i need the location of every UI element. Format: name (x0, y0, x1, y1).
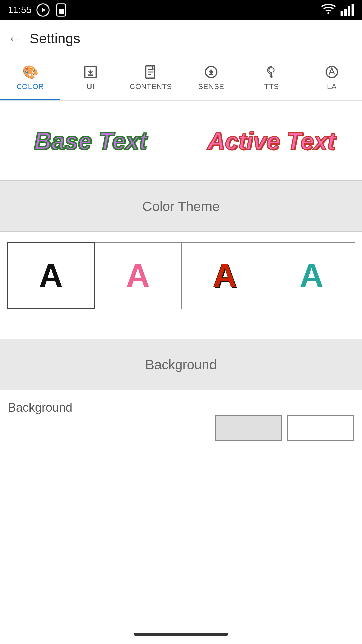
background-title: Background (145, 357, 217, 372)
signal-icon (339, 3, 354, 17)
tab-tts-label: TTS (264, 82, 279, 91)
theme-option-red-shadow[interactable]: A (182, 242, 268, 309)
status-bar-left: 11:55 (8, 3, 69, 17)
theme-letter-pink: A (126, 257, 150, 295)
background-label: Background (8, 400, 72, 414)
download-box-icon (83, 65, 98, 79)
svg-marker-1 (42, 8, 45, 13)
svg-rect-7 (348, 6, 350, 16)
background-items: Background (0, 390, 362, 451)
tab-ui-label: UI (87, 82, 95, 91)
svg-point-4 (327, 12, 329, 14)
tab-color[interactable]: 🎨 COLOR (0, 57, 60, 100)
theme-option-teal[interactable]: A (268, 242, 355, 309)
theme-option-pink[interactable]: A (95, 242, 182, 309)
active-text-preview[interactable]: Active Text (181, 101, 362, 181)
document-icon (143, 65, 158, 79)
background-section-header: Background (0, 339, 362, 390)
base-text-label: Base Text (34, 127, 147, 155)
app-bar: ← Settings (0, 20, 362, 57)
svg-rect-6 (344, 9, 347, 16)
theme-letter-teal: A (299, 257, 323, 295)
download-circle-icon (204, 65, 219, 79)
status-time: 11:55 (8, 5, 32, 15)
base-text-preview[interactable]: Base Text (0, 101, 181, 181)
background-swatch-gray[interactable] (215, 415, 282, 441)
preview-section: Base Text Active Text (0, 101, 362, 181)
tab-sense-label: SENSE (198, 82, 224, 91)
back-button[interactable]: ← (8, 31, 21, 46)
tab-la[interactable]: LA (302, 57, 362, 100)
hearing-icon (264, 65, 279, 79)
tab-color-label: COLOR (17, 82, 44, 91)
palette-icon: 🎨 (22, 65, 38, 79)
spacer-1 (0, 319, 362, 339)
status-bar: 11:55 (0, 0, 362, 20)
nav-bar (0, 624, 362, 644)
active-text-label: Active Text (207, 127, 335, 155)
svg-rect-3 (59, 9, 64, 14)
tab-contents-label: CONTENTS (130, 82, 172, 91)
play-circle-icon (36, 3, 50, 17)
page-title: Settings (29, 31, 80, 47)
theme-options: A A A A (0, 232, 362, 319)
svg-point-17 (270, 76, 273, 78)
tab-bar: 🎨 COLOR UI CONTENTS SENSE (0, 57, 362, 101)
color-theme-title: Color Theme (142, 199, 220, 214)
sim-card-icon (54, 3, 69, 17)
svg-rect-8 (352, 4, 354, 16)
theme-option-black[interactable]: A (7, 242, 95, 309)
tab-tts[interactable]: TTS (241, 57, 302, 100)
status-bar-right (321, 3, 354, 17)
tab-la-label: LA (327, 82, 337, 91)
nav-indicator (134, 633, 228, 636)
svg-rect-5 (341, 11, 343, 16)
la-icon (324, 65, 339, 79)
wifi-icon (321, 3, 336, 17)
color-theme-section-header: Color Theme (0, 181, 362, 231)
theme-letter-black: A (39, 257, 63, 295)
background-swatch-white[interactable] (287, 415, 354, 441)
tab-contents[interactable]: CONTENTS (121, 57, 181, 100)
background-swatches (8, 415, 354, 441)
theme-letter-red-shadow: A (213, 257, 237, 295)
tab-ui[interactable]: UI (60, 57, 121, 100)
tab-sense[interactable]: SENSE (181, 57, 241, 100)
